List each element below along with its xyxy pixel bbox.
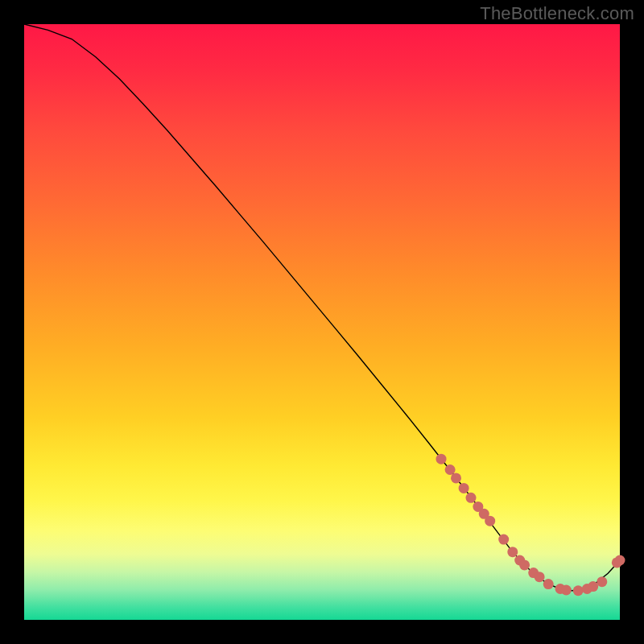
chart-plot-area bbox=[24, 24, 620, 620]
watermark-text: TheBottleneck.com bbox=[480, 3, 634, 24]
scatter-points-group bbox=[436, 454, 625, 597]
chart-svg bbox=[24, 24, 620, 620]
scatter-point bbox=[466, 493, 477, 503]
scatter-point bbox=[485, 516, 495, 526]
scatter-point bbox=[615, 555, 625, 566]
scatter-point bbox=[561, 585, 572, 596]
scatter-point bbox=[597, 576, 607, 587]
scatter-point bbox=[459, 483, 469, 493]
scatter-point bbox=[507, 547, 518, 557]
scatter-point bbox=[519, 559, 530, 570]
scatter-point bbox=[573, 585, 584, 596]
scatter-point bbox=[451, 473, 461, 483]
scatter-point bbox=[436, 454, 447, 464]
scatter-point bbox=[588, 581, 598, 592]
scatter-point bbox=[498, 535, 509, 545]
scatter-point bbox=[535, 572, 545, 582]
scatter-point bbox=[543, 579, 554, 589]
curve-line bbox=[24, 24, 620, 591]
